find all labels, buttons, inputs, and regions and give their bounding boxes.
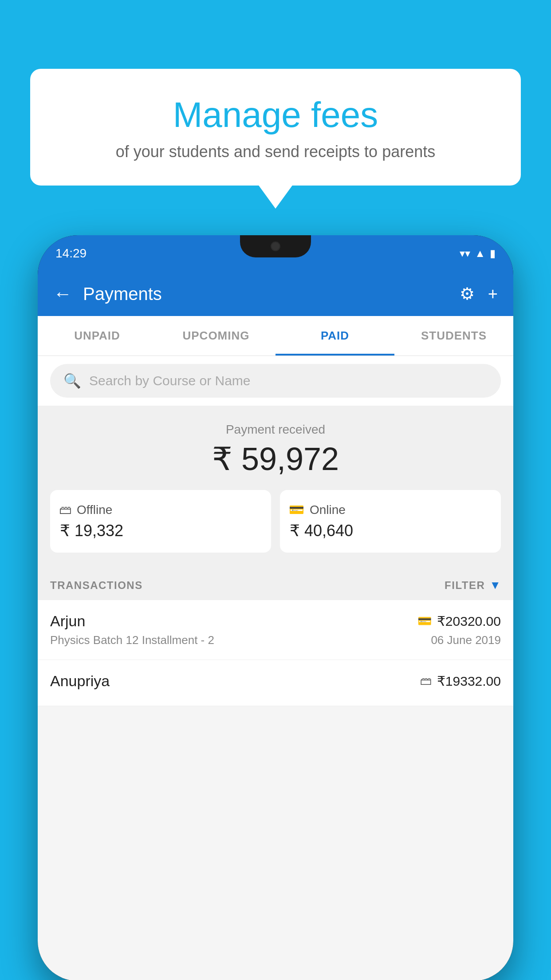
notch xyxy=(240,235,311,257)
phone-content: 🔍 Search by Course or Name Payment recei… xyxy=(38,356,513,980)
online-icon: 💳 xyxy=(289,502,304,517)
offline-payment-icon: 🗃 xyxy=(420,674,432,688)
transactions-header: TRANSACTIONS FILTER ▼ xyxy=(38,566,513,600)
gear-icon[interactable]: ⚙ xyxy=(460,284,475,304)
offline-label: Offline xyxy=(77,503,112,517)
offline-icon: 🗃 xyxy=(59,502,71,517)
status-time: 14:29 xyxy=(55,246,87,261)
add-button[interactable]: + xyxy=(488,285,498,304)
signal-icon: ▲ xyxy=(475,247,485,260)
tab-unpaid[interactable]: UNPAID xyxy=(38,316,157,356)
transaction-item[interactable]: Arjun 💳 ₹20320.00 Physics Batch 12 Insta… xyxy=(38,600,513,660)
payment-received-section: Payment received ₹ 59,972 🗃 Offline ₹ 19… xyxy=(38,406,513,566)
transaction-course: Physics Batch 12 Installment - 2 xyxy=(50,633,214,647)
battery-icon: ▮ xyxy=(490,247,496,260)
online-amount: ₹ 40,640 xyxy=(289,522,492,540)
status-icons: ▾▾ ▲ ▮ xyxy=(460,247,496,260)
phone-frame: 14:29 ▾▾ ▲ ▮ ← Payments ⚙ + UNPAID UPCOM… xyxy=(38,235,513,980)
app-header: ← Payments ⚙ + xyxy=(38,272,513,316)
online-card: 💳 Online ₹ 40,640 xyxy=(280,490,501,553)
payment-total-amount: ₹ 59,972 xyxy=(50,440,501,478)
transaction-row1: Anupriya 🗃 ₹19332.00 xyxy=(50,672,501,690)
speech-bubble-container: Manage fees of your students and send re… xyxy=(30,69,521,186)
transaction-name: Arjun xyxy=(50,612,85,630)
filter-section[interactable]: FILTER ▼ xyxy=(445,578,501,592)
transaction-amount-wrap: 🗃 ₹19332.00 xyxy=(420,673,501,689)
filter-icon[interactable]: ▼ xyxy=(489,578,501,592)
transaction-row2: Physics Batch 12 Installment - 2 06 June… xyxy=(50,633,501,647)
back-button[interactable]: ← xyxy=(53,285,72,303)
transaction-amount-wrap: 💳 ₹20320.00 xyxy=(417,613,501,629)
tab-students[interactable]: STUDENTS xyxy=(394,316,513,356)
card-payment-icon: 💳 xyxy=(417,614,432,628)
payment-cards: 🗃 Offline ₹ 19,332 💳 Online ₹ 40,640 xyxy=(50,490,501,553)
transaction-row1: Arjun 💳 ₹20320.00 xyxy=(50,612,501,630)
page-title: Payments xyxy=(83,284,449,304)
filter-label: FILTER xyxy=(445,579,485,592)
search-bar[interactable]: 🔍 Search by Course or Name xyxy=(50,364,501,398)
transaction-date: 06 June 2019 xyxy=(431,633,501,647)
online-label: Online xyxy=(310,503,346,517)
transaction-item[interactable]: Anupriya 🗃 ₹19332.00 xyxy=(38,660,513,706)
online-card-header: 💳 Online xyxy=(289,502,492,517)
tabs-bar: UNPAID UPCOMING PAID STUDENTS xyxy=(38,316,513,356)
search-bar-wrap: 🔍 Search by Course or Name xyxy=(38,356,513,406)
search-input[interactable]: Search by Course or Name xyxy=(89,373,251,388)
tab-paid[interactable]: PAID xyxy=(276,316,394,356)
transaction-amount: ₹20320.00 xyxy=(437,613,501,629)
wifi-icon: ▾▾ xyxy=(460,247,470,260)
tab-upcoming[interactable]: UPCOMING xyxy=(157,316,276,356)
transaction-amount: ₹19332.00 xyxy=(437,673,501,689)
search-icon: 🔍 xyxy=(63,372,81,389)
speech-bubble: Manage fees of your students and send re… xyxy=(30,69,521,186)
payment-received-label: Payment received xyxy=(50,423,501,437)
bubble-title: Manage fees xyxy=(52,95,499,134)
bubble-subtitle: of your students and send receipts to pa… xyxy=(52,142,499,161)
camera-dot xyxy=(271,241,280,251)
status-bar: 14:29 ▾▾ ▲ ▮ xyxy=(38,235,513,272)
transactions-label: TRANSACTIONS xyxy=(50,579,143,592)
offline-card-header: 🗃 Offline xyxy=(59,502,262,517)
offline-card: 🗃 Offline ₹ 19,332 xyxy=(50,490,271,553)
offline-amount: ₹ 19,332 xyxy=(59,522,262,540)
transaction-name: Anupriya xyxy=(50,672,110,690)
header-icons: ⚙ + xyxy=(460,284,498,304)
